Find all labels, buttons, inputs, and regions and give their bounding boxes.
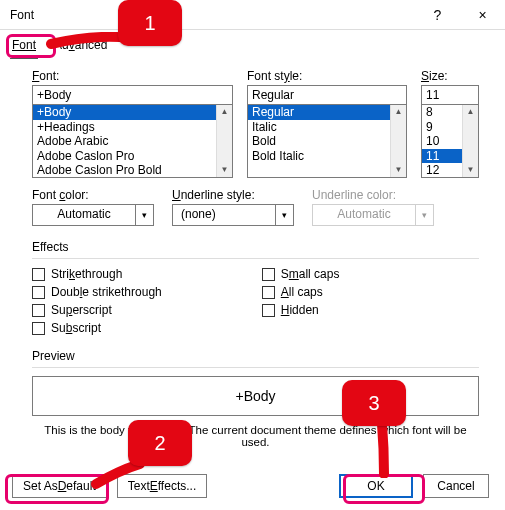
underline-style-dropdown[interactable]: (none) ▾ xyxy=(172,204,294,226)
list-item[interactable]: Adobe Arabic xyxy=(33,134,232,149)
scrollbar[interactable] xyxy=(390,105,406,177)
chevron-down-icon: ▾ xyxy=(135,205,153,225)
checkbox-superscript[interactable]: Superscript xyxy=(32,303,162,317)
set-as-default-button[interactable]: Set As Default xyxy=(12,474,107,498)
list-item[interactable]: +Body xyxy=(33,105,232,120)
size-input[interactable] xyxy=(421,85,479,105)
font-color-dropdown[interactable]: Automatic ▾ xyxy=(32,204,154,226)
list-item[interactable]: Bold xyxy=(248,134,406,149)
list-item[interactable]: Italic xyxy=(248,120,406,135)
chevron-down-icon: ▾ xyxy=(415,205,433,225)
checkbox-double-strikethrough[interactable]: Double strikethrough xyxy=(32,285,162,299)
preview-label: Preview xyxy=(32,349,479,363)
preview-box: +Body xyxy=(32,376,479,416)
font-style-input[interactable] xyxy=(247,85,407,105)
text-effects-button[interactable]: Text Effects... xyxy=(117,474,208,498)
button-row: Set As Default Text Effects... OK Cancel xyxy=(0,464,505,510)
font-listbox[interactable]: +Body +Headings Adobe Arabic Adobe Caslo… xyxy=(32,104,233,178)
tab-advanced[interactable]: Advanced xyxy=(52,36,109,59)
list-item[interactable]: Adobe Caslon Pro xyxy=(33,149,232,164)
font-style-label: Font style: xyxy=(247,69,407,83)
font-input[interactable] xyxy=(32,85,233,105)
effects-label: Effects xyxy=(32,240,479,254)
font-color-label: Font color: xyxy=(32,188,154,202)
checkbox-all-caps[interactable]: All caps xyxy=(262,285,340,299)
tab-strip: Font Advanced xyxy=(0,30,505,59)
preview-hint: This is the body theme font. The current… xyxy=(32,424,479,448)
help-button[interactable]: ? xyxy=(415,0,460,30)
dialog-body: Font: +Body +Headings Adobe Arabic Adobe… xyxy=(0,59,505,456)
ok-button[interactable]: OK xyxy=(339,474,413,498)
checkbox-small-caps[interactable]: Small caps xyxy=(262,267,340,281)
scrollbar[interactable] xyxy=(216,105,232,177)
font-label: Font: xyxy=(32,69,233,83)
titlebar: Font ? × xyxy=(0,0,505,30)
underline-color-dropdown: Automatic ▾ xyxy=(312,204,434,226)
list-item[interactable]: Bold Italic xyxy=(248,149,406,164)
list-item[interactable]: Adobe Caslon Pro Bold xyxy=(33,163,232,178)
list-item[interactable]: Regular xyxy=(248,105,406,120)
chevron-down-icon: ▾ xyxy=(275,205,293,225)
size-listbox[interactable]: 8 9 10 11 12 xyxy=(421,104,479,178)
underline-style-label: Underline style: xyxy=(172,188,294,202)
scrollbar[interactable] xyxy=(462,105,478,177)
close-button[interactable]: × xyxy=(460,0,505,30)
effects-group: Strikethrough Double strikethrough Super… xyxy=(32,267,479,335)
size-label: Size: xyxy=(421,69,479,83)
window-title: Font xyxy=(10,8,415,22)
checkbox-hidden[interactable]: Hidden xyxy=(262,303,340,317)
underline-color-label: Underline color: xyxy=(312,188,434,202)
tab-font[interactable]: Font xyxy=(10,36,38,59)
checkbox-subscript[interactable]: Subscript xyxy=(32,321,162,335)
list-item[interactable]: +Headings xyxy=(33,120,232,135)
checkbox-strikethrough[interactable]: Strikethrough xyxy=(32,267,162,281)
cancel-button[interactable]: Cancel xyxy=(423,474,489,498)
font-style-listbox[interactable]: Regular Italic Bold Bold Italic xyxy=(247,104,407,178)
